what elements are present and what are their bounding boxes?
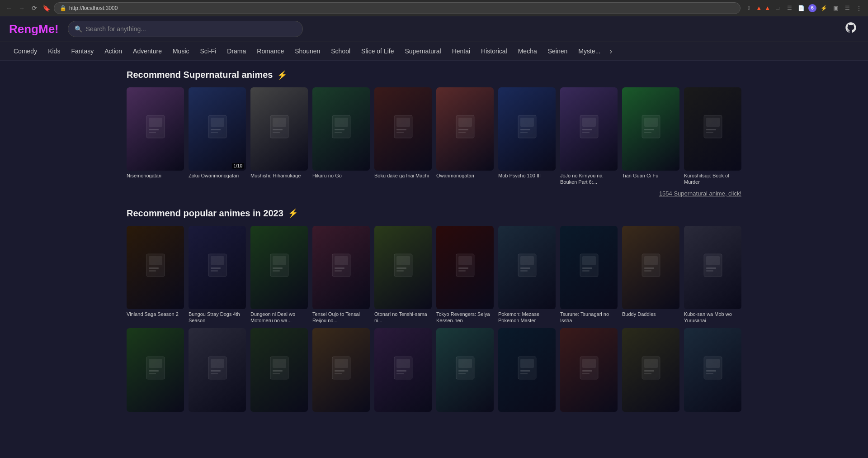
window-button[interactable]: □ <box>773 4 782 13</box>
genre-tag-supernatural[interactable]: Supernatural <box>400 46 445 57</box>
anime-card[interactable]: Boku dake ga Inai Machi <box>374 87 432 186</box>
svg-rect-149 <box>706 373 713 374</box>
anime-card[interactable]: Vinland Saga Season 2 <box>127 226 184 324</box>
genre-tag-romance[interactable]: Romance <box>252 46 288 57</box>
anime-card[interactable]: Mob Psycho 100 III <box>498 87 556 186</box>
genre-tag-shounen[interactable]: Shounen <box>290 46 325 57</box>
lightning-icon-2: ⚡ <box>288 208 298 218</box>
github-button[interactable] <box>843 21 859 37</box>
supernatural-section-heading: Recommend Supernatural animes ⚡ <box>127 70 741 80</box>
anime-card[interactable]: Tsurune: Tsunagari no Issha <box>560 226 618 324</box>
genre-tag-seinen[interactable]: Seinen <box>543 46 572 57</box>
anime-card-image <box>250 328 308 411</box>
svg-rect-38 <box>582 129 592 130</box>
back-button[interactable]: ← <box>5 4 14 13</box>
forward-button[interactable]: → <box>17 4 26 13</box>
brave-icon: ▲ <box>764 5 770 11</box>
anime-card[interactable] <box>684 328 741 426</box>
anime-card[interactable] <box>189 328 246 426</box>
anime-card[interactable] <box>312 328 370 426</box>
extensions2-button[interactable]: ⚡ <box>819 4 828 13</box>
share-button[interactable]: ⇧ <box>744 4 753 13</box>
svg-rect-148 <box>706 370 716 372</box>
svg-rect-22 <box>396 118 410 127</box>
svg-rect-98 <box>706 267 716 269</box>
profile-badge[interactable]: 6 <box>808 4 816 12</box>
svg-rect-139 <box>582 373 590 374</box>
sidebar2-button[interactable]: ☰ <box>843 4 852 13</box>
extensions-button[interactable]: 📄 <box>797 4 806 13</box>
genre-tag-drama[interactable]: Drama <box>222 46 250 57</box>
genre-more-button[interactable]: › <box>607 47 615 56</box>
genre-tag-hentai[interactable]: Hentai <box>448 46 475 57</box>
anime-card[interactable]: 1/10 Zoku Owarimonogatari <box>189 87 246 186</box>
anime-card[interactable]: Tensei Oujo to Tensai Reijou no... <box>312 226 370 324</box>
svg-rect-37 <box>582 118 596 127</box>
supernatural-see-more-link[interactable]: 1554 Supernatural anime, click! <box>659 190 741 197</box>
genre-tag-school[interactable]: School <box>326 46 355 57</box>
genre-tag-kids[interactable]: Kids <box>43 46 65 57</box>
secure-icon: 🔒 <box>60 5 66 11</box>
url-text: http://localhost:3000 <box>69 5 118 11</box>
anime-card[interactable] <box>127 328 184 426</box>
svg-rect-83 <box>520 267 530 269</box>
anime-card-title <box>374 414 432 426</box>
browser-chrome: ← → ⟳ 🔖 🔒 http://localhost:3000 ⇧ ▲ ▲ □ … <box>0 0 868 16</box>
anime-card-title: Otonari no Tenshi-sama ni... <box>374 311 432 324</box>
svg-rect-92 <box>644 256 658 265</box>
genre-tag-sci-fi[interactable]: Sci-Fi <box>196 46 221 57</box>
genre-tag-music[interactable]: Music <box>168 46 194 57</box>
anime-card[interactable]: Hikaru no Go <box>312 87 370 186</box>
search-bar[interactable]: 🔍 <box>68 21 303 37</box>
svg-rect-133 <box>520 370 530 372</box>
anime-card[interactable]: Mushishi: Hihamukage <box>250 87 308 186</box>
anime-card[interactable]: Kuroshitsuji: Book of Murder <box>684 87 741 186</box>
anime-card[interactable] <box>498 328 556 426</box>
genre-tag-historical[interactable]: Historical <box>476 46 512 57</box>
genre-tag-sliceoflife[interactable]: Slice of Life <box>357 46 398 57</box>
svg-rect-13 <box>273 129 283 130</box>
anime-card[interactable]: Otonari no Tenshi-sama ni... <box>374 226 432 324</box>
search-input[interactable] <box>86 25 296 33</box>
svg-rect-3 <box>149 129 159 130</box>
svg-rect-18 <box>335 129 344 130</box>
reload-button[interactable]: ⟳ <box>30 4 39 13</box>
popular-anime-grid: Vinland Saga Season 2 Bungou Stray Dogs … <box>127 226 741 324</box>
logo[interactable]: RengMe! <box>9 22 59 36</box>
anime-card-title: Pokemon: Mezase Pokemon Master <box>498 311 556 324</box>
genre-tag-comedy[interactable]: Comedy <box>9 46 42 57</box>
address-bar[interactable]: 🔒 http://localhost:3000 <box>54 2 741 14</box>
app-header: RengMe! 🔍 <box>0 16 868 42</box>
menu-button[interactable]: ⋮ <box>854 4 863 13</box>
svg-rect-144 <box>644 373 651 374</box>
genre-tag-adventure[interactable]: Adventure <box>128 46 166 57</box>
anime-card[interactable]: Tokyo Revengers: Seiya Kessen-hen <box>436 226 494 324</box>
anime-card-image <box>250 226 308 309</box>
genre-tag-fantasy[interactable]: Fantasy <box>66 46 98 57</box>
tab-button[interactable]: ▣ <box>831 4 840 13</box>
anime-card[interactable]: Bungou Stray Dogs 4th Season <box>189 226 246 324</box>
anime-card[interactable] <box>560 328 618 426</box>
anime-card[interactable]: Owarimonogatari <box>436 87 494 186</box>
anime-card[interactable]: Kubo-san wa Mob wo Yurusanai <box>684 226 741 324</box>
anime-card[interactable]: Dungeon ni Deai wo Motomeru no wa... <box>250 226 308 324</box>
anime-card-image <box>498 226 556 309</box>
anime-card[interactable] <box>622 328 679 426</box>
anime-card[interactable]: Tian Guan Ci Fu <box>622 87 679 186</box>
svg-rect-39 <box>582 132 590 133</box>
anime-card-title: Dungeon ni Deai wo Motomeru no wa... <box>250 311 308 324</box>
anime-card[interactable] <box>250 328 308 426</box>
anime-card-title: Tsurune: Tsunagari no Issha <box>560 311 618 324</box>
anime-card[interactable] <box>436 328 494 426</box>
supernatural-see-more[interactable]: 1554 Supernatural anime, click! <box>127 189 741 197</box>
anime-card[interactable]: Pokemon: Mezase Pokemon Master <box>498 226 556 324</box>
anime-card[interactable]: Nisemonogatari <box>127 87 184 186</box>
genre-tag-myste...[interactable]: Myste... <box>574 46 605 57</box>
anime-card-title: Buddy Daddies <box>622 311 679 324</box>
anime-card[interactable]: Buddy Daddies <box>622 226 679 324</box>
anime-card[interactable]: JoJo no Kimyou na Bouken Part 6:... <box>560 87 618 186</box>
genre-tag-action[interactable]: Action <box>100 46 127 57</box>
anime-card[interactable] <box>374 328 432 426</box>
sidebar-button[interactable]: ☰ <box>785 4 794 13</box>
genre-tag-mecha[interactable]: Mecha <box>514 46 542 57</box>
